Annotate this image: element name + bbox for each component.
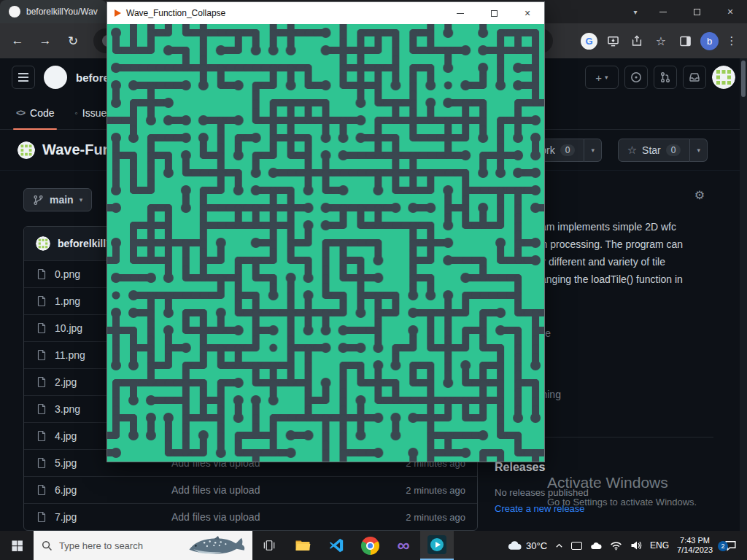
- wfc-app-window[interactable]: Wave_Function_Collapse ×: [107, 1, 545, 462]
- weather-widget[interactable]: 30°C: [507, 540, 547, 551]
- action-center-button[interactable]: 2: [721, 540, 740, 551]
- taskbar-search-box[interactable]: Type here to search: [34, 531, 252, 560]
- speaker-icon: [630, 540, 642, 551]
- file-icon: [36, 268, 47, 280]
- scrollbar-thumb[interactable]: [741, 61, 746, 97]
- onedrive-button[interactable]: [590, 542, 602, 550]
- folder-icon: [294, 537, 311, 554]
- repo-owner-avatar[interactable]: [18, 141, 35, 159]
- vscode-icon: [328, 537, 344, 553]
- releases-heading[interactable]: Releases: [495, 461, 713, 474]
- create-new-button[interactable]: +▾: [585, 66, 619, 89]
- star-dropdown-button[interactable]: ▾: [690, 139, 708, 162]
- commit-message-link[interactable]: Add files via upload: [171, 484, 398, 496]
- onedrive-cloud-icon: [590, 542, 602, 550]
- minimize-icon: [457, 13, 464, 14]
- pull-requests-icon-button[interactable]: [654, 66, 677, 89]
- file-name-link[interactable]: 7.jpg: [55, 511, 164, 523]
- tab-title: beforelkillYou/Wav: [26, 7, 98, 17]
- wifi-icon: [610, 541, 622, 551]
- file-icon: [36, 322, 47, 334]
- window-controls: ▾ ×: [624, 0, 747, 23]
- file-icon: [36, 430, 47, 442]
- hidden-icons-chevron[interactable]: [555, 542, 563, 548]
- star-label: Star: [642, 144, 661, 156]
- tab-code[interactable]: <>Code: [6, 96, 64, 129]
- temperature-text: 30°C: [526, 540, 547, 551]
- clock-date: 7/14/2023: [677, 545, 713, 555]
- commit-time: 2 minutes ago: [406, 512, 465, 523]
- issues-icon-button[interactable]: [624, 66, 648, 89]
- wfc-app-taskbar-button[interactable]: [420, 531, 454, 560]
- chevron-down-icon[interactable]: ▾: [624, 8, 646, 16]
- tab-icon: ◦: [74, 108, 77, 118]
- github-favicon-icon: [9, 6, 20, 18]
- tab-label: Code: [30, 107, 54, 119]
- maximize-icon: [491, 10, 498, 17]
- hamburger-menu-button[interactable]: [12, 66, 35, 89]
- system-tray: 30°C ENG 7:43 PM 7/14/2023 2: [507, 531, 747, 560]
- back-button[interactable]: ←: [6, 29, 29, 52]
- commit-message-link[interactable]: Add files via upload: [171, 511, 398, 523]
- browser-minimize-button[interactable]: [646, 0, 680, 23]
- taskbar-clock[interactable]: 7:43 PM 7/14/2023: [677, 536, 713, 555]
- chrome-button[interactable]: [353, 531, 387, 560]
- user-avatar[interactable]: [712, 66, 735, 89]
- minimize-icon: [659, 12, 667, 12]
- install-app-icon[interactable]: [604, 32, 622, 50]
- gear-icon[interactable]: ⚙: [694, 188, 705, 202]
- star-button[interactable]: ☆ Star 0: [618, 139, 691, 162]
- reload-button[interactable]: ↻: [61, 29, 85, 52]
- create-release-link[interactable]: Create a new release: [495, 503, 713, 514]
- github-logo-icon[interactable]: [44, 66, 67, 89]
- header-actions: +▾: [585, 66, 735, 89]
- star-button-group: ☆ Star 0 ▾: [618, 139, 708, 162]
- file-name-link[interactable]: 6.jpg: [55, 484, 164, 496]
- page-scrollbar[interactable]: [740, 58, 747, 531]
- file-icon: [36, 376, 47, 388]
- bookmark-star-icon[interactable]: ☆: [652, 32, 670, 50]
- committer-avatar[interactable]: [36, 236, 50, 251]
- branch-name: main: [50, 194, 74, 206]
- table-row[interactable]: 6.jpgAdd files via upload2 minutes ago: [24, 476, 477, 503]
- file-explorer-button[interactable]: [286, 531, 320, 560]
- visual-studio-button[interactable]: ∞: [387, 531, 420, 560]
- start-button[interactable]: [0, 531, 34, 560]
- wfc-maximize-button[interactable]: [477, 2, 511, 24]
- clock-time: 7:43 PM: [677, 536, 713, 545]
- wfc-window-title: Wave_Function_Collapse: [126, 8, 225, 18]
- browser-menu-icon[interactable]: ⋮: [725, 34, 738, 47]
- language-indicator[interactable]: ENG: [650, 540, 669, 551]
- toolbar-actions: G ☆ b ⋮: [581, 32, 741, 50]
- file-icon: [36, 349, 47, 361]
- search-highlight-shark-image[interactable]: [185, 534, 249, 558]
- task-view-button[interactable]: [252, 531, 286, 560]
- table-row[interactable]: 7.jpgAdd files via upload2 minutes ago: [24, 503, 477, 530]
- browser-profile-avatar[interactable]: b: [700, 32, 719, 50]
- fork-count: 0: [560, 144, 576, 156]
- fork-dropdown-button[interactable]: ▾: [584, 139, 602, 162]
- branch-selector-button[interactable]: main ▾: [23, 188, 92, 211]
- wfc-minimize-button[interactable]: [444, 2, 477, 24]
- inbox-icon-button[interactable]: [683, 66, 706, 89]
- touch-keyboard-button[interactable]: [571, 542, 582, 550]
- vscode-button[interactable]: [320, 531, 353, 560]
- browser-tab[interactable]: beforelkillYou/Wav: [0, 0, 107, 23]
- share-icon[interactable]: [628, 32, 646, 50]
- forward-button[interactable]: →: [34, 29, 57, 52]
- search-icon: [42, 540, 53, 551]
- wfc-window-controls: ×: [444, 2, 544, 24]
- commit-time: 2 minutes ago: [406, 485, 465, 496]
- side-panel-icon[interactable]: [676, 32, 694, 50]
- wfc-pattern-canvas: [107, 24, 544, 462]
- volume-button[interactable]: [630, 540, 642, 551]
- browser-close-button[interactable]: ×: [713, 0, 747, 23]
- chevron-down-icon: ▾: [80, 196, 83, 203]
- google-extension-icon[interactable]: G: [581, 33, 597, 50]
- wfc-close-button[interactable]: ×: [511, 2, 544, 24]
- file-icon: [36, 403, 47, 415]
- wfc-window-titlebar[interactable]: Wave_Function_Collapse ×: [107, 2, 544, 24]
- browser-maximize-button[interactable]: [680, 0, 713, 23]
- network-button[interactable]: [610, 541, 622, 551]
- hamburger-icon: [18, 77, 28, 78]
